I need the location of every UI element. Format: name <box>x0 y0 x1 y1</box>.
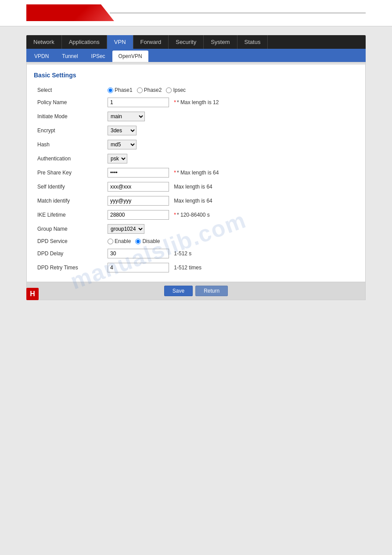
save-button[interactable]: Save <box>164 286 193 296</box>
self-identify-label: Self Identify <box>34 180 104 194</box>
encrypt-label: Encrypt <box>34 123 104 138</box>
auth-label: Authentication <box>34 152 104 166</box>
pre-share-key-label: Pre Share Key <box>34 166 104 180</box>
top-nav: Network Applications VPN Forward Securit… <box>26 35 366 49</box>
row-policy-name: Policy Name ** Max length is 12 <box>34 95 358 109</box>
policy-name-label: Policy Name <box>34 95 104 109</box>
nav-system[interactable]: System <box>204 35 237 49</box>
encrypt-select[interactable]: 3des aes128 aes256 des <box>108 126 137 135</box>
initiate-mode-select[interactable]: main aggressive <box>108 112 145 121</box>
nav-ipsec[interactable]: IPSec <box>85 51 111 62</box>
row-select: Select Phase1 Phase2 Ipsec <box>34 85 358 95</box>
dpd-delay-label: DPD Delay <box>34 247 104 261</box>
auth-select[interactable]: psk rsa <box>108 154 127 163</box>
row-encrypt: Encrypt 3des aes128 aes256 des <box>34 123 358 138</box>
nav-vpn[interactable]: VPN <box>107 35 133 49</box>
select-label: Select <box>34 85 104 95</box>
dpd-disable-label: Disable <box>135 238 160 244</box>
row-dpd-delay: DPD Delay 1-512 s <box>34 247 358 261</box>
footer-logo-icon: H <box>26 288 39 300</box>
pre-share-key-input[interactable] <box>108 168 169 178</box>
dpd-retry-input[interactable] <box>108 263 169 272</box>
sub-nav: VPDN Tunnel IPSec OpenVPN <box>26 49 366 62</box>
row-match-identify: Match identify Max length is 64 <box>34 194 358 208</box>
match-identify-hint: Max length is 64 <box>174 198 212 204</box>
row-self-identify: Self Identify Max length is 64 <box>34 180 358 194</box>
nav-tunnel[interactable]: Tunnel <box>56 51 84 62</box>
match-identify-label: Match identify <box>34 194 104 208</box>
row-pre-share-key: Pre Share Key ** Max length is 64 <box>34 166 358 180</box>
header-logo <box>26 4 114 21</box>
dpd-service-radio-group: Enable Disable <box>108 238 355 244</box>
action-bar: Save Return <box>26 282 366 300</box>
dpd-disable-radio[interactable] <box>135 239 141 244</box>
settings-form: Select Phase1 Phase2 Ipsec <box>34 85 358 275</box>
nav-vpdn[interactable]: VPDN <box>28 51 55 62</box>
row-ike-lifetime: IKE Lifetime ** 120-86400 s <box>34 208 358 222</box>
initiate-mode-label: Initiate Mode <box>34 109 104 123</box>
pre-share-key-hint: ** Max length is 64 <box>174 170 219 176</box>
dpd-retry-hint: 1-512 times <box>174 265 201 271</box>
phase1-radio[interactable] <box>108 87 113 93</box>
nav-status[interactable]: Status <box>237 35 268 49</box>
self-identify-input[interactable] <box>108 182 169 192</box>
footer-logo: H <box>26 288 39 300</box>
dpd-delay-hint: 1-512 s <box>174 250 191 257</box>
select-radio-group: Phase1 Phase2 Ipsec <box>108 87 355 93</box>
policy-name-hint: ** Max length is 12 <box>174 99 219 105</box>
hash-select[interactable]: md5 sha1 sha256 <box>108 140 137 149</box>
hash-label: Hash <box>34 138 104 152</box>
dpd-enable-label: Enable <box>108 238 131 244</box>
ike-lifetime-hint: ** 120-86400 s <box>174 212 209 218</box>
row-hash: Hash md5 sha1 sha256 <box>34 138 358 152</box>
row-initiate-mode: Initiate Mode main aggressive <box>34 109 358 123</box>
policy-name-input[interactable] <box>108 98 169 107</box>
match-identify-input[interactable] <box>108 196 169 206</box>
nav-forward[interactable]: Forward <box>133 35 169 49</box>
row-dpd-retry: DPD Retry Times 1-512 times <box>34 261 358 275</box>
ike-lifetime-label: IKE Lifetime <box>34 208 104 222</box>
nav-security[interactable]: Security <box>169 35 204 49</box>
nav-network[interactable]: Network <box>26 35 62 49</box>
row-authentication: Authentication psk rsa <box>34 152 358 166</box>
row-group-name: Group Name group1024 group2048 group4096 <box>34 222 358 236</box>
dpd-retry-label: DPD Retry Times <box>34 261 104 275</box>
ipsec-label: Ipsec <box>166 87 186 93</box>
nav-applications[interactable]: Applications <box>62 35 107 49</box>
return-button[interactable]: Return <box>195 286 228 296</box>
row-dpd-service: DPD Service Enable Disable <box>34 236 358 247</box>
ipsec-radio[interactable] <box>166 87 172 93</box>
group-name-label: Group Name <box>34 222 104 236</box>
header <box>0 0 392 26</box>
phase2-label: Phase2 <box>137 87 162 93</box>
self-identify-hint: Max length is 64 <box>174 184 212 190</box>
group-name-select[interactable]: group1024 group2048 group4096 <box>108 224 144 234</box>
ike-lifetime-input[interactable] <box>108 210 169 220</box>
content-panel: Basic Settings Select Phase1 Phase2 <box>26 65 366 282</box>
section-title: Basic Settings <box>34 72 358 79</box>
dpd-delay-input[interactable] <box>108 249 169 258</box>
dpd-enable-radio[interactable] <box>108 239 113 244</box>
header-line <box>110 12 366 14</box>
phase1-label: Phase1 <box>108 87 133 93</box>
phase2-radio[interactable] <box>137 87 143 93</box>
dpd-service-label: DPD Service <box>34 236 104 247</box>
nav-openvpn[interactable]: OpenVPN <box>112 51 148 62</box>
